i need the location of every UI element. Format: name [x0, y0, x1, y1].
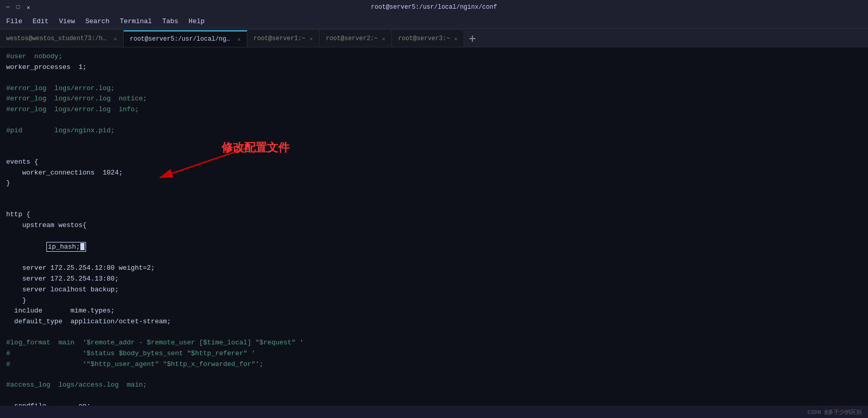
line-25: [6, 327, 862, 338]
tab-close-westos[interactable]: ✕: [113, 36, 117, 42]
line-12: worker_connections 1024;: [6, 168, 862, 179]
menu-help[interactable]: Help: [184, 16, 209, 26]
line-9: [6, 136, 862, 147]
brand-label: CSDN @多于少的区别: [807, 408, 862, 416]
window-title: root@server5:/usr/local/nginx/conf: [35, 4, 833, 11]
menu-bar: File Edit View Search Terminal Tabs Help: [0, 14, 868, 29]
line-3: [6, 73, 862, 83]
new-tab-button[interactable]: [464, 30, 481, 47]
tab-server1[interactable]: root@server1:~ ✕: [247, 30, 319, 47]
line-16: http {: [6, 210, 862, 220]
line-32: sendfile on;: [6, 401, 862, 406]
line-27: # '$status $body_bytes_sent "$http_refer…: [6, 349, 862, 359]
menu-view[interactable]: View: [55, 16, 79, 26]
tab-label-server1: root@server1:~: [253, 35, 305, 42]
annotation-text: 修改配置文件: [222, 140, 290, 155]
line-31: [6, 391, 862, 401]
menu-edit[interactable]: Edit: [28, 16, 53, 26]
svg-rect-1: [469, 38, 475, 39]
minimize-button[interactable]: ─: [4, 4, 11, 11]
tab-server2[interactable]: root@server2:~ ✕: [319, 30, 392, 47]
line-26: #log_format main '$remote_addr - $remote…: [6, 338, 862, 349]
line-14: [6, 189, 862, 199]
tab-close-server3[interactable]: ✕: [454, 36, 458, 42]
tab-bar: westos@westos_student73:/home/... ✕ root…: [0, 29, 868, 47]
code-area: #user nobody; worker_processes 1; #error…: [0, 51, 868, 406]
tab-close-server5[interactable]: ✕: [237, 36, 241, 43]
close-button[interactable]: ✕: [25, 4, 32, 11]
tab-server5[interactable]: root@server5:/usr/local/nginx/conf ✕: [124, 30, 247, 47]
tab-label-server3: root@server3:~: [398, 35, 450, 42]
maximize-button[interactable]: □: [14, 4, 22, 11]
menu-file[interactable]: File: [2, 16, 26, 26]
menu-tabs[interactable]: Tabs: [158, 16, 182, 26]
tab-westos[interactable]: westos@westos_student73:/home/... ✕: [0, 30, 124, 47]
tab-label-server5: root@server5:/usr/local/nginx/conf: [130, 36, 233, 43]
line-11: events {: [6, 157, 862, 168]
tab-label-westos: westos@westos_student73:/home/...: [6, 35, 109, 42]
line-20: server 172.25.254.13:80;: [6, 274, 862, 285]
tab-close-server2[interactable]: ✕: [382, 36, 385, 42]
line-30: #access_log logs/access.log main;: [6, 380, 862, 391]
line-17: upstream westos{: [6, 220, 862, 231]
line-8: #pid logs/nginx.pid;: [6, 126, 862, 136]
line-4: #error_log logs/error.log;: [6, 83, 862, 94]
line-15: [6, 199, 862, 210]
menu-search[interactable]: Search: [81, 16, 114, 26]
line-24: default_type application/octet-stream;: [6, 317, 862, 327]
line-22: }: [6, 295, 862, 306]
line-21: server localhost backup;: [6, 285, 862, 295]
line-19: server 172.25.254.12:80 weight=2;: [6, 263, 862, 274]
line-29: [6, 370, 862, 380]
tab-server3[interactable]: root@server3:~ ✕: [392, 30, 464, 47]
tab-label-server2: root@server2:~: [326, 35, 378, 42]
line-2: worker_processes 1;: [6, 62, 862, 73]
line-7: [6, 115, 862, 126]
line-13: }: [6, 178, 862, 189]
line-10: [6, 147, 862, 157]
menu-terminal[interactable]: Terminal: [115, 16, 156, 26]
line-28: # '"$http_user_agent" "$http_x_forwarded…: [6, 359, 862, 370]
line-18: ip_hash;: [6, 231, 862, 263]
line-5: #error_log logs/error.log notice;: [6, 94, 862, 104]
status-bar: CSDN @多于少的区别: [0, 406, 868, 418]
tab-close-server1[interactable]: ✕: [310, 36, 313, 42]
line-1: #user nobody;: [6, 51, 862, 62]
terminal-content[interactable]: #user nobody; worker_processes 1; #error…: [0, 47, 868, 406]
title-bar: ─ □ ✕ root@server5:/usr/local/nginx/conf: [0, 0, 868, 14]
line-23: include mime.types;: [6, 306, 862, 317]
line-6: #error_log logs/error.log info;: [6, 104, 862, 115]
